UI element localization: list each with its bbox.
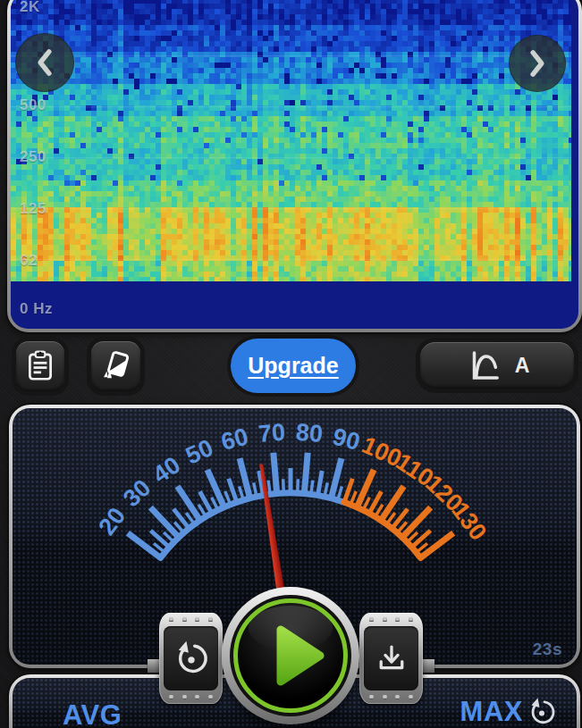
download-icon — [374, 640, 409, 676]
svg-text:20: 20 — [93, 502, 131, 540]
max-reset-button[interactable] — [527, 697, 557, 727]
weighting-curve-icon — [465, 347, 502, 384]
clipboard-icon — [23, 348, 57, 384]
rivet-dots — [169, 695, 213, 699]
svg-text:90: 90 — [330, 423, 363, 456]
rivet-dots — [169, 617, 213, 622]
freq-label: 2K — [20, 0, 40, 16]
cards-fan-icon — [98, 348, 134, 384]
max-group: MAX — [460, 696, 557, 728]
svg-text:50: 50 — [181, 434, 217, 470]
svg-text:70: 70 — [257, 419, 286, 448]
svg-text:30: 30 — [118, 474, 156, 512]
upgrade-label: Upgrade — [248, 353, 338, 379]
svg-text:40: 40 — [148, 451, 185, 489]
freq-label: 62 — [20, 252, 38, 270]
weighting-mode-label: A — [515, 354, 530, 378]
play-button[interactable] — [222, 587, 359, 724]
freq-label: 500 — [20, 96, 46, 114]
reset-session-button[interactable] — [159, 613, 223, 704]
avg-label: AVG — [63, 699, 122, 728]
freq-label: 125 — [20, 200, 46, 218]
frequency-weighting-button[interactable]: A — [420, 342, 574, 389]
save-recording-button[interactable] — [359, 613, 423, 704]
rivet-dots — [369, 617, 413, 622]
spectrogram-canvas[interactable] — [11, 0, 571, 322]
upgrade-button[interactable]: Upgrade — [231, 339, 356, 393]
report-button[interactable] — [16, 341, 64, 391]
spectrogram-panel: 2K500250125620 Hz — [7, 0, 582, 332]
svg-text:60: 60 — [218, 423, 251, 456]
spectrogram-view[interactable]: 2K500250125620 Hz — [11, 0, 578, 329]
scroll-right-button[interactable] — [509, 35, 566, 92]
reset-icon — [173, 640, 210, 677]
chevron-right-icon — [524, 48, 551, 79]
more-apps-button[interactable] — [91, 341, 140, 391]
scroll-left-button[interactable] — [15, 33, 74, 92]
freq-label: 0 Hz — [20, 300, 53, 318]
max-label: MAX — [460, 696, 523, 728]
svg-text:80: 80 — [295, 419, 324, 448]
rivet-dots — [369, 695, 413, 699]
freq-label: 250 — [20, 148, 46, 166]
play-icon — [272, 621, 327, 690]
elapsed-time-label: 23s — [533, 640, 562, 659]
chevron-left-icon — [31, 47, 58, 78]
